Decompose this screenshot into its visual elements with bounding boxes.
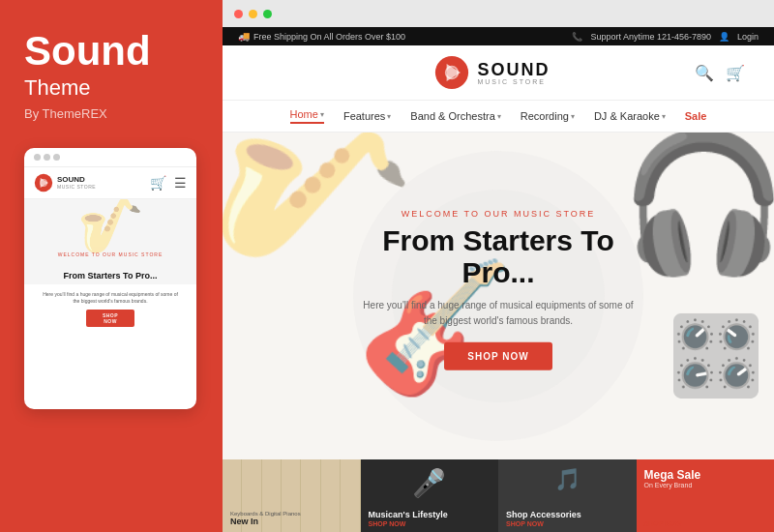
right-panel: 🚚 Free Shipping On All Orders Over $100 … — [223, 0, 774, 532]
browser-dot-red — [234, 10, 243, 18]
logo-text-block: SOUND MUSIC STORE — [477, 61, 550, 85]
mega-sale-title: Mega Sale — [644, 469, 701, 482]
category-sale[interactable]: Mega Sale On Every Brand SHOP NOW — [637, 459, 775, 532]
mobile-menu-icon: ☰ — [174, 175, 187, 191]
category-lifestyle-label: Musican's Lifestyle — [369, 510, 491, 520]
category-sale-overlay: SHOP NOW — [637, 516, 775, 532]
hero-cta-button[interactable]: SHOP NOW — [444, 342, 551, 370]
category-piano-label: New In — [230, 517, 353, 527]
nav-band-chevron: ▾ — [497, 112, 501, 121]
site-logo: SOUND MUSIC STORE — [434, 55, 550, 90]
nav-dj-label: DJ & Karaoke — [594, 110, 660, 122]
announce-shipping: Free Shipping On All Orders Over $100 — [253, 32, 405, 42]
mobile-dot-1 — [34, 154, 41, 161]
category-accessories-label: Shop Accessories — [506, 510, 629, 520]
mobile-cart-icon: 🛒 — [150, 175, 166, 191]
mobile-logo: SOUND MUSIC STORE — [34, 173, 96, 192]
mobile-logo-icon — [34, 173, 53, 192]
nav-item-home[interactable]: Home ▾ — [290, 108, 324, 124]
announce-support: Support Anytime 121-456-7890 — [590, 32, 711, 42]
accessories-icon: 🎵 — [554, 467, 580, 492]
nav-features-label: Features — [343, 110, 385, 122]
announce-right: 📞 Support Anytime 121-456-7890 👤 Login — [572, 32, 759, 42]
nav-item-features[interactable]: Features ▾ — [343, 110, 391, 122]
logo-name: SOUND — [477, 61, 550, 78]
nav-features-chevron: ▾ — [387, 112, 391, 121]
nav-item-dj[interactable]: DJ & Karaoke ▾ — [594, 110, 666, 122]
mobile-sax-image: 🎷 — [77, 199, 144, 257]
mobile-top-bar — [24, 148, 196, 167]
category-strip: Keyboards & Digital Pianos New In 🎤 Musi… — [223, 459, 774, 532]
site-header: SOUND MUSIC STORE 🔍 🛒 — [223, 45, 774, 101]
nav-item-recording[interactable]: Recording ▾ — [521, 110, 575, 122]
microphone-icon: 🎤 — [412, 467, 446, 499]
header-icons: 🔍 🛒 — [695, 64, 745, 82]
hero-description: Here you'll find a huge range of musical… — [363, 298, 634, 329]
category-sale-tag: SHOP NOW — [644, 520, 767, 527]
mobile-dot-3 — [53, 154, 60, 161]
nav-home-label: Home — [290, 108, 318, 120]
hero-headphones: 🎧 — [619, 133, 774, 282]
browser-chrome — [223, 0, 774, 27]
mobile-body-content: Here you'll find a huge range of musical… — [24, 284, 196, 327]
nav-home-chevron: ▾ — [320, 110, 324, 119]
mobile-hero-desc: Here you'll find a huge range of musical… — [32, 289, 189, 305]
mobile-dot-2 — [44, 154, 50, 161]
announce-left: 🚚 Free Shipping On All Orders Over $100 — [238, 31, 405, 42]
mobile-hero-title: From Starters To Pro... — [24, 271, 196, 281]
nav-item-band[interactable]: Band & Orchestra ▾ — [410, 110, 500, 122]
category-piano-overlay: Keyboards & Digital Pianos New In — [223, 506, 361, 532]
category-lifestyle[interactable]: 🎤 Musican's Lifestyle SHOP NOW — [361, 459, 499, 532]
nav-dj-chevron: ▾ — [662, 112, 666, 121]
nav-recording-label: Recording — [521, 110, 569, 122]
mobile-header-icons: 🛒 ☰ — [150, 175, 187, 191]
announcement-bar: 🚚 Free Shipping On All Orders Over $100 … — [223, 27, 774, 45]
category-accessories-tag: SHOP NOW — [506, 520, 629, 527]
header-cart-icon[interactable]: 🛒 — [726, 64, 745, 82]
browser-dot-yellow — [249, 10, 257, 18]
category-lifestyle-overlay: Musican's Lifestyle SHOP NOW — [361, 505, 499, 532]
hero-content: WELCOME TO OUR MUSIC STORE From Starters… — [363, 209, 634, 370]
mobile-hero: 🎷 WELCOME TO OUR MUSIC STORE From Starte… — [24, 199, 196, 284]
logo-tagline: MUSIC STORE — [477, 78, 550, 85]
mega-sale-content: Mega Sale On Every Brand — [644, 469, 701, 488]
mobile-mockup: SOUND MUSIC STORE 🛒 ☰ 🎷 WELCOME TO OUR M… — [24, 148, 196, 409]
mobile-window-dots — [34, 154, 60, 161]
nav-item-sale[interactable]: Sale — [685, 110, 707, 122]
theme-subtitle: Theme — [24, 75, 198, 101]
hero-section: 🎷 🎸 🎧 🎛️ WELCOME TO OUR MUSIC STORE From… — [223, 133, 774, 459]
category-accessories-overlay: Shop Accessories SHOP NOW — [498, 505, 637, 532]
left-panel: Sound Theme By ThemeREX SOUND MUSIC STOR… — [0, 0, 223, 532]
theme-author: By ThemeREX — [24, 106, 198, 121]
nav-band-label: Band & Orchestra — [410, 110, 494, 122]
mobile-logo-sub: MUSIC STORE — [57, 184, 96, 190]
mobile-header: SOUND MUSIC STORE 🛒 ☰ — [24, 167, 196, 199]
browser-body: 🚚 Free Shipping On All Orders Over $100 … — [223, 27, 774, 532]
user-icon: 👤 — [719, 32, 729, 42]
mobile-hero-content: From Starters To Pro... — [24, 271, 196, 281]
truck-icon: 🚚 — [238, 31, 250, 42]
mobile-welcome-text: WELCOME TO OUR MUSIC STORE — [24, 251, 196, 257]
nav-bar: Home ▾ Features ▾ Band & Orchestra ▾ Rec… — [223, 101, 774, 133]
browser-dot-green — [263, 10, 272, 18]
header-search-icon[interactable]: 🔍 — [695, 64, 714, 82]
announce-login: Login — [737, 32, 759, 42]
category-accessories[interactable]: 🎵 Shop Accessories SHOP NOW — [498, 459, 637, 532]
support-icon: 📞 — [572, 32, 582, 42]
category-piano[interactable]: Keyboards & Digital Pianos New In — [223, 459, 361, 532]
category-lifestyle-tag: SHOP NOW — [369, 520, 491, 527]
mobile-shop-button[interactable]: SHOP NOW — [86, 310, 134, 327]
theme-title: Sound — [24, 29, 198, 74]
mobile-logo-text: SOUND — [57, 176, 96, 184]
hero-main-title: From Starters To Pro... — [363, 224, 634, 288]
hero-welcome-text: WELCOME TO OUR MUSIC STORE — [363, 209, 634, 219]
nav-sale-label: Sale — [685, 110, 707, 122]
mega-sale-sub: On Every Brand — [644, 482, 701, 488]
logo-icon — [434, 55, 469, 90]
hero-dj-equipment: 🎛️ — [668, 310, 764, 401]
nav-recording-chevron: ▾ — [571, 112, 575, 121]
